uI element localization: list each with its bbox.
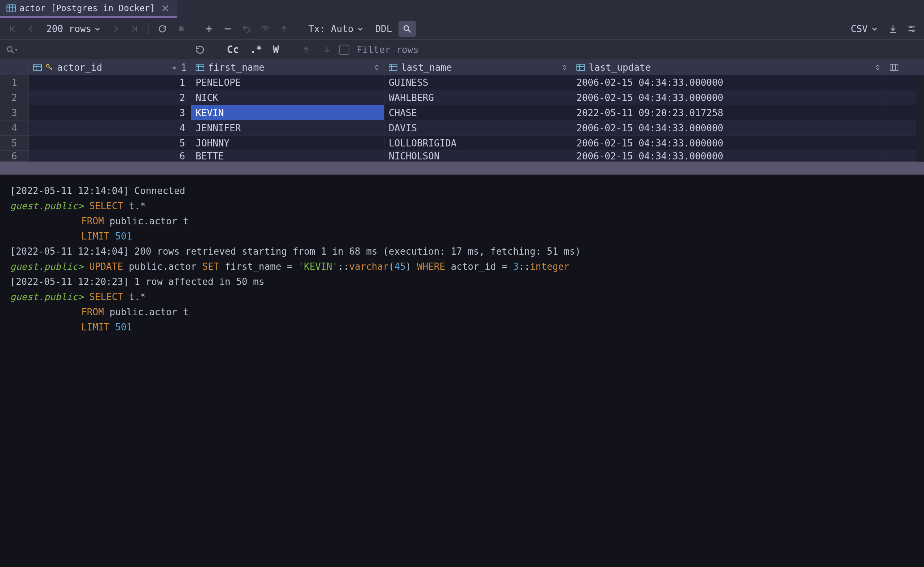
cell-actor-id[interactable]: 2	[29, 90, 191, 105]
column-header-first-name[interactable]: first_name	[191, 60, 385, 75]
stop-button[interactable]	[173, 21, 190, 37]
primary-key-icon	[45, 63, 53, 71]
cell-actor-id[interactable]: 3	[29, 105, 191, 120]
gutter-header	[0, 60, 29, 75]
table-row[interactable]: 33KEVINCHASE2022-05-11 09:20:23.017258	[0, 105, 924, 120]
svg-rect-6	[179, 26, 184, 31]
cell-last-update[interactable]: 2006-02-15 04:34:33.000000	[572, 120, 885, 136]
cell-last-update[interactable]: 2006-02-15 04:34:33.000000	[572, 75, 885, 90]
table-column-icon	[576, 63, 585, 71]
console-line: guest.public> SELECT t.*	[10, 289, 914, 304]
toolbar-separator	[195, 23, 195, 35]
tx-mode-dropdown[interactable]: Tx: Auto	[303, 21, 368, 37]
revert-button[interactable]	[238, 21, 255, 37]
cell-tail	[885, 151, 916, 162]
words-toggle[interactable]: W	[269, 44, 282, 56]
cell-first-name[interactable]: JENNIFER	[191, 120, 385, 136]
ddl-button[interactable]: DDL	[370, 21, 397, 37]
export-format-dropdown[interactable]: CSV	[846, 21, 883, 37]
remove-row-button[interactable]	[219, 21, 236, 37]
column-header-last-update[interactable]: last_update	[572, 60, 885, 75]
row-number[interactable]: 2	[0, 90, 29, 105]
svg-point-10	[912, 30, 914, 32]
console-line: FROM public.actor t	[10, 304, 914, 320]
table-row[interactable]: 22NICKWAHLBERG2006-02-15 04:34:33.000000	[0, 90, 924, 105]
first-page-button[interactable]	[4, 21, 21, 37]
table-icon	[6, 4, 16, 12]
sort-index: 1	[181, 62, 186, 73]
table-row[interactable]: 11PENELOPEGUINESS2006-02-15 04:34:33.000…	[0, 75, 924, 90]
table-row[interactable]: 44JENNIFERDAVIS2006-02-15 04:34:33.00000…	[0, 120, 924, 136]
cell-first-name[interactable]: BETTE	[191, 151, 385, 162]
sort-unsorted-icon	[374, 64, 380, 70]
table-column-icon	[195, 63, 204, 71]
toolbar-separator	[298, 23, 298, 35]
cell-last-name[interactable]: DAVIS	[385, 120, 572, 136]
column-chooser-button[interactable]	[885, 60, 916, 75]
find-button[interactable]	[398, 21, 416, 37]
console-line: [2022-05-11 12:14:04] Connected	[10, 183, 914, 198]
next-page-button[interactable]	[107, 21, 125, 37]
row-number[interactable]: 1	[0, 75, 29, 90]
cell-last-name[interactable]: LOLLOBRIGIDA	[385, 136, 572, 151]
cell-actor-id[interactable]: 4	[29, 120, 191, 136]
submit-button[interactable]	[275, 21, 293, 37]
prev-page-button[interactable]	[23, 21, 40, 37]
svg-point-7	[264, 27, 267, 30]
search-in-column-button[interactable]: ▾	[6, 45, 18, 54]
filter-input-placeholder[interactable]: Filter rows	[357, 44, 419, 55]
filter-rows-checkbox[interactable]	[339, 45, 349, 55]
row-number[interactable]: 4	[0, 120, 29, 136]
console-line: [2022-05-11 12:20:23] 1 row affected in …	[10, 274, 914, 289]
cell-first-name[interactable]: JOHNNY	[191, 136, 385, 151]
prev-result-button[interactable]	[297, 42, 315, 58]
refresh-button[interactable]	[154, 21, 171, 37]
add-row-button[interactable]	[200, 21, 218, 37]
case-sensitive-toggle[interactable]: Cc	[224, 44, 243, 56]
console-output: [2022-05-11 12:14:04] Connected guest.pu…	[0, 175, 924, 567]
column-header-actor-id[interactable]: actor_id 1	[29, 60, 191, 75]
svg-rect-12	[33, 64, 42, 71]
cell-first-name[interactable]: PENELOPE	[191, 75, 385, 90]
toolbar: 200 rows Tx: Auto DDL CSV	[0, 18, 924, 40]
row-number[interactable]: 6	[0, 151, 29, 162]
chevron-down-icon	[871, 26, 878, 32]
svg-rect-16	[196, 64, 204, 71]
cell-last-name[interactable]: NICHOLSON	[385, 151, 572, 162]
cell-first-name[interactable]: NICK	[191, 90, 385, 105]
table-row[interactable]: 66BETTENICHOLSON2006-02-15 04:34:33.0000…	[0, 151, 924, 162]
cell-last-name[interactable]: WAHLBERG	[385, 90, 572, 105]
rows-per-page-label: 200 rows	[46, 24, 91, 34]
close-icon[interactable]	[162, 5, 169, 12]
cell-first-name[interactable]: KEVIN	[191, 105, 385, 120]
cell-actor-id[interactable]: 1	[29, 75, 191, 90]
cell-last-update[interactable]: 2006-02-15 04:34:33.000000	[572, 136, 885, 151]
history-filter-button[interactable]	[191, 42, 209, 58]
last-page-button[interactable]	[126, 21, 143, 37]
column-header-last-name[interactable]: last_name	[385, 60, 572, 75]
cell-last-name[interactable]: CHASE	[385, 105, 572, 120]
table-column-icon	[389, 63, 397, 71]
cell-last-update[interactable]: 2006-02-15 04:34:33.000000	[572, 151, 885, 162]
cell-last-name[interactable]: GUINESS	[385, 75, 572, 90]
cell-actor-id[interactable]: 5	[29, 136, 191, 151]
settings-sliders-button[interactable]	[903, 21, 920, 37]
next-result-button[interactable]	[319, 42, 336, 58]
download-button[interactable]	[884, 21, 901, 37]
regex-toggle[interactable]: .*	[246, 44, 266, 56]
table-row[interactable]: 55JOHNNYLOLLOBRIGIDA2006-02-15 04:34:33.…	[0, 136, 924, 151]
svg-point-11	[7, 46, 12, 51]
row-number[interactable]: 5	[0, 136, 29, 151]
svg-point-9	[910, 26, 911, 28]
console-line: LIMIT 501	[10, 320, 914, 335]
rows-per-page-dropdown[interactable]: 200 rows	[41, 21, 106, 37]
cell-last-update[interactable]: 2006-02-15 04:34:33.000000	[572, 90, 885, 105]
cell-last-update[interactable]: 2022-05-11 09:20:23.017258	[572, 105, 885, 120]
row-number[interactable]: 3	[0, 105, 29, 120]
tab-actor[interactable]: actor [Postgres in Docker]	[0, 0, 177, 18]
column-label: last_name	[401, 62, 452, 73]
preview-changes-button[interactable]	[257, 21, 274, 37]
cell-actor-id[interactable]: 6	[29, 151, 191, 162]
pane-divider[interactable]	[0, 162, 924, 175]
chevron-down-icon	[357, 26, 364, 32]
